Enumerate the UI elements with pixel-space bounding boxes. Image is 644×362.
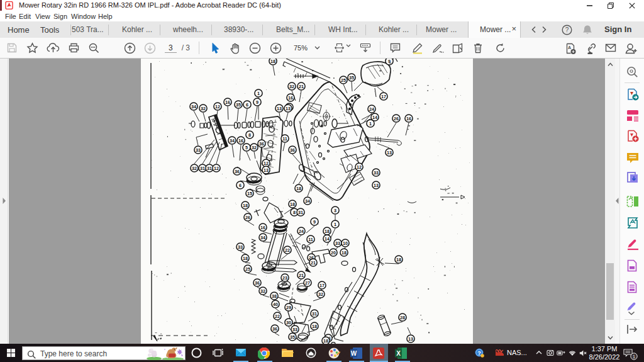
svg-text:13: 13: [408, 336, 413, 342]
svg-text:34: 34: [191, 104, 196, 110]
svg-text:18: 18: [243, 203, 248, 208]
svg-text:35: 35: [236, 102, 241, 108]
svg-text:18: 18: [396, 257, 401, 263]
svg-text:31: 31: [312, 311, 317, 317]
svg-text:33: 33: [238, 244, 243, 250]
svg-text:33: 33: [374, 170, 379, 176]
svg-text:14: 14: [372, 115, 377, 120]
svg-text:X: X: [396, 350, 401, 357]
svg-text:35: 35: [349, 75, 354, 81]
svg-text:12: 12: [214, 166, 219, 171]
svg-text:13: 13: [264, 167, 269, 173]
svg-text:1: 1: [633, 354, 636, 359]
svg-text:18: 18: [312, 324, 317, 329]
svg-text:40: 40: [273, 302, 278, 307]
svg-text:17: 17: [381, 94, 386, 99]
svg-text:32: 32: [260, 288, 265, 294]
svg-text:11: 11: [308, 237, 313, 242]
svg-text:38: 38: [272, 293, 277, 299]
svg-text:25: 25: [341, 77, 346, 83]
svg-text:27: 27: [305, 280, 310, 286]
svg-text:18: 18: [325, 229, 330, 234]
svg-text:18: 18: [323, 338, 328, 344]
svg-text:35: 35: [290, 334, 295, 340]
svg-text:1: 1: [369, 121, 372, 127]
svg-text:13: 13: [277, 106, 282, 111]
svg-text:12: 12: [215, 104, 220, 110]
svg-text:26: 26: [394, 116, 399, 122]
svg-text:13: 13: [374, 183, 379, 188]
svg-text:14: 14: [325, 236, 330, 242]
svg-text:21: 21: [311, 260, 316, 266]
svg-text:31: 31: [207, 166, 212, 171]
svg-text:36: 36: [235, 169, 240, 174]
svg-text:1: 1: [257, 91, 260, 96]
svg-text:33: 33: [292, 327, 297, 332]
svg-text:20: 20: [331, 250, 336, 256]
svg-text:16: 16: [288, 95, 293, 101]
svg-text:10: 10: [343, 240, 348, 246]
svg-text:31: 31: [200, 166, 205, 171]
svg-text:18: 18: [243, 256, 248, 261]
svg-text:22: 22: [285, 247, 290, 253]
svg-text:25: 25: [245, 266, 250, 272]
svg-text:26: 26: [245, 215, 250, 220]
svg-text:5: 5: [245, 145, 248, 150]
svg-text:29: 29: [286, 305, 291, 310]
svg-text:13: 13: [286, 106, 291, 111]
svg-text:34: 34: [305, 198, 310, 204]
svg-text:6: 6: [246, 102, 248, 108]
svg-text:18: 18: [341, 250, 347, 256]
svg-text:?: ?: [565, 26, 569, 33]
svg-text:18: 18: [296, 186, 301, 191]
svg-text:13: 13: [387, 150, 392, 156]
svg-text:15: 15: [247, 191, 252, 196]
svg-text:?: ?: [477, 350, 481, 356]
svg-text:32: 32: [289, 84, 294, 89]
svg-text:34: 34: [230, 138, 235, 144]
svg-text:33: 33: [196, 147, 201, 153]
svg-text:17: 17: [319, 283, 325, 288]
svg-text:9: 9: [256, 99, 258, 105]
svg-text:34: 34: [260, 235, 265, 240]
svg-text:36: 36: [255, 280, 260, 286]
svg-text:21: 21: [299, 84, 304, 89]
svg-text:33: 33: [335, 240, 340, 246]
svg-text:24: 24: [369, 106, 374, 112]
svg-text:1: 1: [334, 222, 336, 227]
svg-text:36: 36: [259, 141, 264, 147]
svg-text:3: 3: [334, 208, 336, 213]
svg-text:23: 23: [282, 275, 287, 281]
svg-text:9: 9: [313, 219, 316, 225]
svg-text:32: 32: [252, 145, 257, 150]
svg-text:32: 32: [201, 106, 206, 111]
svg-text:24: 24: [299, 229, 304, 234]
svg-text:W: W: [351, 350, 357, 357]
svg-text:36: 36: [290, 147, 295, 153]
svg-text:28: 28: [400, 315, 405, 320]
svg-text:A: A: [568, 45, 571, 50]
svg-text:11: 11: [282, 136, 287, 142]
svg-text:16: 16: [238, 138, 243, 144]
svg-text:30: 30: [286, 320, 291, 325]
svg-text:31: 31: [298, 210, 303, 215]
svg-text:22: 22: [275, 314, 280, 319]
svg-text:16: 16: [406, 116, 411, 122]
svg-text:16: 16: [260, 225, 265, 230]
svg-text:36: 36: [272, 326, 277, 332]
svg-text:6: 6: [239, 183, 242, 188]
svg-text:12: 12: [357, 164, 362, 170]
svg-text:32: 32: [318, 291, 323, 297]
svg-text:32: 32: [192, 166, 197, 171]
svg-text:12: 12: [264, 161, 269, 166]
svg-text:18: 18: [270, 59, 275, 64]
svg-text:21: 21: [299, 273, 304, 278]
svg-text:8: 8: [248, 132, 251, 138]
svg-text:8: 8: [293, 210, 296, 215]
